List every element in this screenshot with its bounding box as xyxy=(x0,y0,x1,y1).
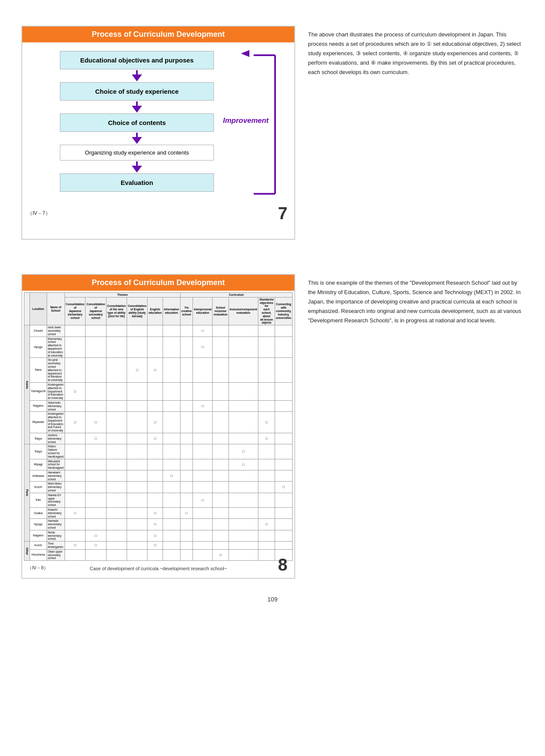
school-13: Kiwachi elementary school xyxy=(47,508,65,519)
data-table: Location Name of School Themes Curriculu… xyxy=(24,292,293,561)
table-row: Hyogo Elementary school attached to depa… xyxy=(24,336,293,358)
th-9: School inclusiveevaluation xyxy=(213,297,228,325)
diagram-title-1: Process of Curriculum Development xyxy=(22,27,294,42)
section2: Process of Curriculum Development Locati… xyxy=(21,274,524,579)
loop-arrow-top xyxy=(241,50,254,63)
th-1: Consolidation ofJapaneseelementary schoo… xyxy=(65,297,85,325)
th-2: Consolidation ofJapanesesecondary school xyxy=(86,297,106,325)
page-footer: 109 xyxy=(21,596,524,603)
table-page-num: 8 xyxy=(278,555,287,574)
table-row: Nagano Nenjo elementary school □ □ xyxy=(24,530,293,541)
school-11: Nishi Moku elementary school xyxy=(47,482,65,493)
table-row: Nara Six-year secondary school attached … xyxy=(24,358,293,383)
table-row: Tokyo Joshino elementary school □ □ □ xyxy=(24,433,293,444)
arrow-3 xyxy=(35,133,239,144)
school-10: Hanakami elementary school xyxy=(47,470,65,482)
loc-17: Hiroshima xyxy=(30,549,47,560)
school-8: Kitano Gaburo school for handicapped xyxy=(47,444,65,459)
loc-5: Nagano xyxy=(30,400,47,411)
section1-text: The above chart illustrates the process … xyxy=(308,26,524,240)
arrow-4 xyxy=(35,161,239,173)
school-12: Nakata EV upper secondary school xyxy=(47,493,65,507)
section1: Process of Curriculum Development Educat… xyxy=(21,26,524,240)
flow-step-5: Evaluation xyxy=(60,173,214,192)
arrow-2 xyxy=(35,101,239,113)
flow-step-1: Educational objectives and purposes xyxy=(60,51,214,69)
table-row: Hiroshima Oban upper secondary school □ xyxy=(24,549,293,560)
table-row: Miyagi Mitsubishi school for handicapped… xyxy=(24,459,293,470)
improvement-bracket-svg xyxy=(245,47,279,202)
loc-10: Ishikawa xyxy=(30,470,47,482)
table-wrapper: Location Name of School Themes Curriculu… xyxy=(22,291,294,563)
th-10: Inclusive/componentevaluation xyxy=(228,297,258,325)
table-row: Hyogo Hamada elementary school □ □ xyxy=(24,519,293,530)
table-page-label: （Ⅳ－8） xyxy=(27,565,48,571)
th-5: English education xyxy=(148,297,163,325)
svg-marker-3 xyxy=(241,50,249,57)
school-16: Tono kindergarten xyxy=(47,542,65,550)
school-6: Kindergarten attached to Department of E… xyxy=(47,412,65,433)
col-header-school: Name of School xyxy=(47,293,65,325)
table-diagram-title: Process of Curriculum Development xyxy=(22,275,294,291)
group-other: Other xyxy=(24,542,30,561)
loc-4: Yamaguchi xyxy=(30,382,47,400)
th-6: Information education xyxy=(163,297,180,325)
th-3: Consolidation of the newtype of ability(… xyxy=(106,297,127,325)
flow-step-4: Organizing study experience and contents xyxy=(60,145,214,161)
group-paris: Paris xyxy=(24,444,30,542)
school-15: Nenjo elementary school xyxy=(47,530,65,541)
school-9: Mitsubishi school for handicapped xyxy=(47,459,65,470)
table-row: Miyazaki Kindergarten attached to Depart… xyxy=(24,412,293,433)
loc-12: Kibi xyxy=(30,493,47,507)
table-row: Paris Tokyo Kitano Gaburo school for han… xyxy=(24,444,293,459)
page-container: Process of Curriculum Development Educat… xyxy=(0,0,545,756)
loc-13: Osaka xyxy=(30,508,47,519)
school-4: Kindergarten attached to Department of E… xyxy=(47,382,65,400)
th-7: Ym creative school xyxy=(180,297,193,325)
loc-3: Nara xyxy=(30,358,47,383)
loc-14: Hyogo xyxy=(30,519,47,530)
th-11: Standards/objectives foreach school, abo… xyxy=(258,297,275,325)
table-row: Yamaguchi Kindergarten attached to Depar… xyxy=(24,382,293,400)
arrow-1 xyxy=(35,70,239,81)
loc-11: Kochi xyxy=(30,482,47,493)
table-diagram-box: Process of Curriculum Development Locati… xyxy=(21,274,295,579)
section2-text: This is one example of the themes of the… xyxy=(308,274,524,579)
table-row: Kanto Choshi Ionis lower secondary schoo… xyxy=(24,325,293,336)
page-number: 109 xyxy=(267,596,277,603)
col-header-theme: Themes xyxy=(65,293,180,298)
loc-1: Choshi xyxy=(30,325,47,336)
group-kanto: Kanto xyxy=(24,325,30,444)
table-row: Osaka Kiwachi elementary school □ □ □ xyxy=(24,508,293,519)
loc-9: Miyagi xyxy=(30,459,47,470)
loc-6: Miyazaki xyxy=(30,412,47,433)
col-header-empty1 xyxy=(24,293,30,325)
th-12: Connecting withcommunity,industry,univer… xyxy=(275,297,292,325)
school-5: Saturnobu elementary school xyxy=(47,400,65,411)
table-row: Kochi Nishi Moku elementary school □ xyxy=(24,482,293,493)
loc-16: Kochi xyxy=(30,542,47,550)
table-row: Other Kochi Tono kindergarten □ □ □ xyxy=(24,542,293,550)
loc-7: Tokyo xyxy=(30,433,47,444)
school-7: Joshino elementary school xyxy=(47,433,65,444)
loc-2: Hyogo xyxy=(30,336,47,358)
diagram-page-num-1: 7 xyxy=(278,204,287,223)
school-2: Elementary school attached to department… xyxy=(47,336,65,358)
school-17: Oban upper secondary school xyxy=(47,549,65,560)
loc-8: Tokyo xyxy=(30,444,47,459)
school-14: Hamada elementary school xyxy=(47,519,65,530)
school-1: Ionis lower secondary school xyxy=(47,325,65,336)
loc-15: Nagano xyxy=(30,530,47,541)
table-row: Kibi Nakata EV upper secondary school □ xyxy=(24,493,293,507)
school-3: Six-year secondary school attached to de… xyxy=(47,358,65,383)
th-8: Interpersonaleducation xyxy=(193,297,213,325)
col-header-location: Location xyxy=(30,293,47,325)
table-row: Ishikawa Hanakami elementary school □ xyxy=(24,470,293,482)
diagram-page-label-1: （Ⅳ－7） xyxy=(27,210,50,217)
flow-step-2: Choice of study experience xyxy=(60,82,214,101)
diagram-box-1: Process of Curriculum Development Educat… xyxy=(21,26,295,240)
diagram-content-1: Educational objectives and purposes Choi… xyxy=(22,42,294,226)
flow-step-3: Choice of contents xyxy=(60,113,214,132)
th-4: Consolidation of Englishability (studyAb… xyxy=(127,297,147,325)
table-caption: Case of development of curricula ~develo… xyxy=(90,566,227,571)
